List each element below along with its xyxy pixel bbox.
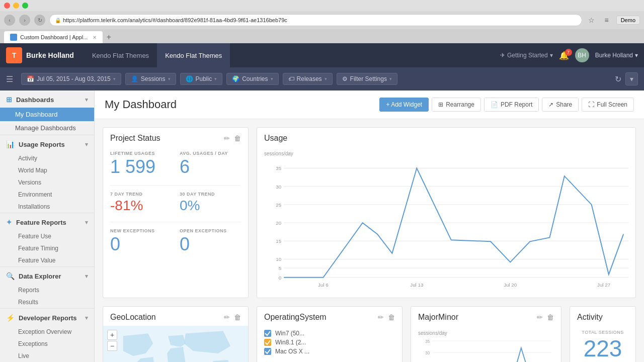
avg-usages-label: AVG. USAGES / DAY <box>180 151 241 156</box>
sidebar-item-feature-value[interactable]: Feature Value <box>0 254 94 266</box>
os-edit-icon[interactable]: ✏ <box>378 313 384 321</box>
map-controls: + − <box>107 330 117 351</box>
browser-refresh-button[interactable]: ↻ <box>34 15 45 26</box>
geo-edit-icon[interactable]: ✏ <box>224 313 230 321</box>
public-filter[interactable]: 🌐 Public ▾ <box>180 73 223 85</box>
usage-chart-svg: 35 30 25 20 15 10 5 <box>264 160 628 291</box>
sidebar-item-exception-overview[interactable]: Exception Overview <box>0 326 94 338</box>
os-macosx-checkbox[interactable] <box>264 348 271 355</box>
full-screen-button[interactable]: ⛶ Full Screen <box>582 98 634 112</box>
filter-settings-label: Filter Settings <box>350 75 387 82</box>
geo-delete-icon[interactable]: 🗑 <box>234 313 241 321</box>
activity-title: Activity <box>577 313 603 322</box>
header-actions: + Add Widget ⊞ Rearrange 📄 PDF Report ↗ … <box>379 98 634 112</box>
sidebar-item-world-map[interactable]: World Map <box>0 164 94 176</box>
mac-fullscreen-dot[interactable] <box>22 3 28 9</box>
countries-label: Countries <box>242 75 268 82</box>
notifications-bell[interactable]: 🔔 7 <box>559 51 569 60</box>
mac-minimize-dot[interactable] <box>13 3 19 9</box>
mac-title-bar <box>0 0 644 11</box>
filter-settings-icon: ⚙ <box>342 75 348 82</box>
sidebar-item-versions[interactable]: Versions <box>0 176 94 189</box>
svg-text:15: 15 <box>276 238 281 244</box>
sidebar-item-live[interactable]: Live <box>0 350 94 362</box>
sidebar-section-data-explorer-header[interactable]: 🔍 Data Explorer ▾ <box>0 267 94 284</box>
public-icon: 🌐 <box>186 75 193 82</box>
svg-text:Jul 20: Jul 20 <box>504 282 517 288</box>
sidebar-section-dashboards-header[interactable]: ⊞ Dashboards ▾ <box>0 90 94 108</box>
mac-close-dot[interactable] <box>4 3 10 9</box>
refresh-button[interactable]: ↻ <box>615 74 621 84</box>
os-win81-checkbox[interactable] <box>264 339 271 346</box>
browser-menu-icon[interactable]: ≡ <box>601 15 612 26</box>
bottom-row: GeoLocation ✏ 🗑 <box>103 306 636 362</box>
nav-item-kendo-flat-2[interactable]: Kendo Flat Themes <box>157 43 230 67</box>
os-win7-checkbox[interactable] <box>264 330 271 337</box>
svg-text:Jul 27: Jul 27 <box>597 282 610 288</box>
stat-divider-1 <box>110 185 241 186</box>
usage-reports-icon: 📊 <box>6 140 15 148</box>
pdf-label: PDF Report <box>501 101 532 108</box>
sidebar-section-feature-header[interactable]: ✦ Feature Reports ▾ <box>0 213 94 230</box>
url-bar[interactable]: 🔒 https://platform.telerik.com/analytics… <box>49 14 582 26</box>
project-status-trends: 7 DAY TREND -81% 30 DAY TREND 0% <box>103 188 248 220</box>
tab-label: Custom Dashboard | Appl... <box>20 34 88 40</box>
usage-chart-svg-wrap: 35 30 25 20 15 10 5 <box>264 160 628 293</box>
sessions-filter[interactable]: 👤 Sessions ▾ <box>125 73 176 85</box>
os-legend-item-win7: Win7 (50... <box>264 330 395 337</box>
activity-widget: Activity TOTAL SESSIONS 223 <box>570 306 636 362</box>
countries-filter[interactable]: 🌍 Countries ▾ <box>226 73 278 85</box>
getting-started-link[interactable]: ✈ Getting Started ▾ <box>500 52 553 59</box>
major-minor-chart-svg: 35 30 25 <box>418 337 554 362</box>
sidebar-item-activity[interactable]: Activity <box>0 152 94 164</box>
sidebar-item-reports[interactable]: Reports <box>0 284 94 296</box>
sidebar-section-developer-header[interactable]: ⚡ Developer Reports ▾ <box>0 309 94 326</box>
os-macosx-label: Mac OS X ... <box>275 348 309 355</box>
app-nav: T Burke Holland Kendo Flat Themes Kendo … <box>0 43 644 67</box>
sidebar-item-exceptions[interactable]: Exceptions <box>0 338 94 350</box>
date-range-filter[interactable]: 📅 Jul 05, 2015 - Aug 03, 2015 ▾ <box>21 73 121 85</box>
browser-tab[interactable]: Custom Dashboard | Appl... ✕ <box>4 31 103 43</box>
sidebar-section-usage-header[interactable]: 📊 Usage Reports ▾ <box>0 135 94 152</box>
releases-filter[interactable]: 🏷 Releases ▾ <box>283 73 333 85</box>
usage-header: Usage <box>257 128 635 147</box>
sidebar-item-manage-dashboards[interactable]: Manage Dashboards <box>0 121 94 135</box>
share-button[interactable]: ↗ Share <box>542 98 579 112</box>
open-exceptions-label: OPEN EXCEPTIONS <box>180 228 241 233</box>
project-status-edit-icon[interactable]: ✏ <box>224 134 230 142</box>
map-zoom-out-button[interactable]: − <box>107 341 117 351</box>
new-tab-button[interactable]: + <box>103 31 115 43</box>
bookmark-icon[interactable]: ☆ <box>586 15 597 26</box>
sidebar-item-feature-timing[interactable]: Feature Timing <box>0 242 94 254</box>
major-minor-edit-icon[interactable]: ✏ <box>537 313 543 321</box>
tab-close-button[interactable]: ✕ <box>93 35 97 40</box>
browser-back-button[interactable]: ‹ <box>4 15 15 26</box>
rearrange-label: Rearrange <box>446 101 474 108</box>
expand-button[interactable]: ▾ <box>625 72 638 85</box>
sidebar-item-installations[interactable]: Installations <box>0 201 94 213</box>
major-minor-delete-icon[interactable]: 🗑 <box>547 313 554 321</box>
rearrange-button[interactable]: ⊞ Rearrange <box>432 98 481 112</box>
sidebar-item-results[interactable]: Results <box>0 296 94 308</box>
nav-item-kendo-flat-1[interactable]: Kendo Flat Themes <box>84 43 157 67</box>
demo-button[interactable]: Demo <box>616 16 640 25</box>
user-menu[interactable]: Burke Holland ▾ <box>595 52 638 59</box>
sidebar-section-data-explorer: 🔍 Data Explorer ▾ Reports Results <box>0 267 94 309</box>
map-zoom-in-button[interactable]: + <box>107 330 117 340</box>
os-delete-icon[interactable]: 🗑 <box>388 313 395 321</box>
browser-forward-button[interactable]: › <box>19 15 30 26</box>
add-widget-button[interactable]: + Add Widget <box>379 98 429 112</box>
sidebar-item-environment[interactable]: Environment <box>0 189 94 201</box>
getting-started-arrow: ▾ <box>550 52 553 59</box>
svg-text:30: 30 <box>425 350 430 355</box>
os-legend-item-macosx: Mac OS X ... <box>264 348 395 355</box>
sidebar-item-my-dashboard[interactable]: My Dashboard <box>0 108 94 121</box>
sidebar-toggle-button[interactable]: ☰ <box>6 74 13 84</box>
svg-text:35: 35 <box>276 165 281 171</box>
sidebar-section-dashboards: ⊞ Dashboards ▾ My Dashboard Manage Dashb… <box>0 90 94 135</box>
project-status-delete-icon[interactable]: 🗑 <box>234 134 241 142</box>
pdf-report-button[interactable]: 📄 PDF Report <box>484 98 539 112</box>
filter-settings-button[interactable]: ⚙ Filter Settings ▾ <box>337 73 397 85</box>
sidebar-item-feature-use[interactable]: Feature Use <box>0 230 94 242</box>
lifetime-usages-stat: LIFETIME USAGES 1 599 <box>110 151 172 176</box>
